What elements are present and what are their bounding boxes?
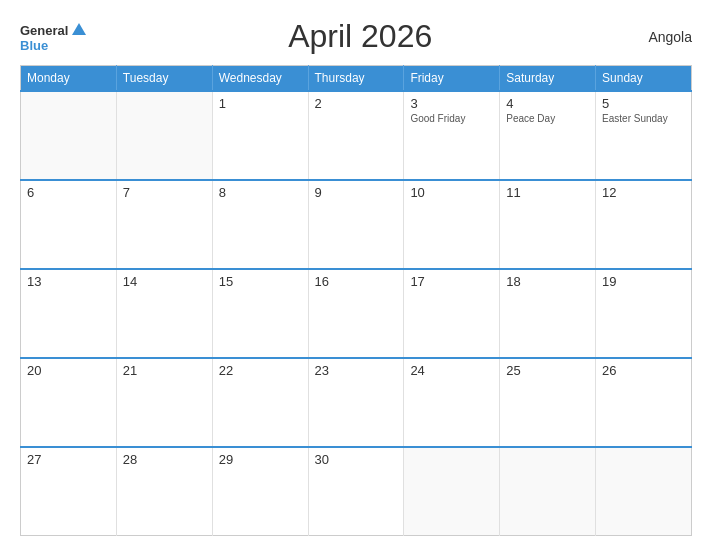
day-cell: 24 [404,358,500,447]
day-cell: 2 [308,91,404,180]
day-number: 5 [602,96,685,111]
day-number: 15 [219,274,302,289]
logo-general-text: General [20,24,68,37]
header: General Blue April 2026 Angola [20,18,692,55]
day-cell: 19 [596,269,692,358]
day-cell: 22 [212,358,308,447]
calendar-table: MondayTuesdayWednesdayThursdayFridaySatu… [20,65,692,536]
day-cell: 15 [212,269,308,358]
day-number: 17 [410,274,493,289]
day-number: 14 [123,274,206,289]
day-cell: 25 [500,358,596,447]
day-cell: 8 [212,180,308,269]
day-number: 7 [123,185,206,200]
day-number: 20 [27,363,110,378]
logo-icon [70,21,88,39]
weekday-header-monday: Monday [21,66,117,92]
day-cell: 9 [308,180,404,269]
day-number: 29 [219,452,302,467]
day-cell: 17 [404,269,500,358]
week-row-4: 20212223242526 [21,358,692,447]
day-number: 19 [602,274,685,289]
week-row-1: 123Good Friday4Peace Day5Easter Sunday [21,91,692,180]
day-cell: 16 [308,269,404,358]
day-number: 13 [27,274,110,289]
week-row-5: 27282930 [21,447,692,536]
day-cell: 29 [212,447,308,536]
day-number: 30 [315,452,398,467]
day-cell: 3Good Friday [404,91,500,180]
day-cell: 7 [116,180,212,269]
day-cell: 27 [21,447,117,536]
day-number: 23 [315,363,398,378]
day-number: 12 [602,185,685,200]
day-cell: 30 [308,447,404,536]
day-cell [21,91,117,180]
weekday-header-thursday: Thursday [308,66,404,92]
day-number: 25 [506,363,589,378]
weekday-header-saturday: Saturday [500,66,596,92]
day-cell: 11 [500,180,596,269]
day-number: 16 [315,274,398,289]
day-number: 4 [506,96,589,111]
day-cell: 4Peace Day [500,91,596,180]
day-cell: 21 [116,358,212,447]
day-cell: 18 [500,269,596,358]
holiday-label: Easter Sunday [602,113,685,124]
day-cell: 14 [116,269,212,358]
day-cell [116,91,212,180]
day-number: 27 [27,452,110,467]
day-number: 11 [506,185,589,200]
calendar-title: April 2026 [88,18,632,55]
day-number: 18 [506,274,589,289]
weekday-header-tuesday: Tuesday [116,66,212,92]
day-number: 8 [219,185,302,200]
day-number: 2 [315,96,398,111]
country-label: Angola [632,29,692,45]
day-cell: 1 [212,91,308,180]
day-cell: 20 [21,358,117,447]
weekday-header-wednesday: Wednesday [212,66,308,92]
day-cell [404,447,500,536]
day-cell [500,447,596,536]
day-cell: 23 [308,358,404,447]
weekday-header-sunday: Sunday [596,66,692,92]
day-cell: 13 [21,269,117,358]
holiday-label: Good Friday [410,113,493,124]
day-number: 21 [123,363,206,378]
day-cell: 5Easter Sunday [596,91,692,180]
logo: General Blue [20,21,88,52]
holiday-label: Peace Day [506,113,589,124]
svg-marker-0 [72,23,86,35]
logo-blue-text: Blue [20,39,48,52]
day-number: 6 [27,185,110,200]
day-number: 28 [123,452,206,467]
day-cell: 12 [596,180,692,269]
weekday-header-row: MondayTuesdayWednesdayThursdayFridaySatu… [21,66,692,92]
day-number: 24 [410,363,493,378]
page: General Blue April 2026 Angola MondayTue… [0,0,712,550]
day-number: 10 [410,185,493,200]
day-cell [596,447,692,536]
day-number: 3 [410,96,493,111]
day-cell: 6 [21,180,117,269]
day-number: 26 [602,363,685,378]
day-number: 1 [219,96,302,111]
day-cell: 26 [596,358,692,447]
weekday-header-friday: Friday [404,66,500,92]
day-number: 22 [219,363,302,378]
week-row-3: 13141516171819 [21,269,692,358]
week-row-2: 6789101112 [21,180,692,269]
day-cell: 10 [404,180,500,269]
day-number: 9 [315,185,398,200]
day-cell: 28 [116,447,212,536]
